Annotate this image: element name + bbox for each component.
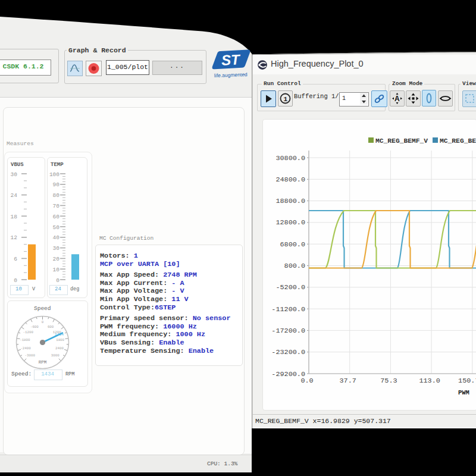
svg-text:-17200.0: -17200.0 <box>271 327 305 335</box>
svg-text:PWM: PWM <box>458 389 469 396</box>
svg-text:6800.0: 6800.0 <box>280 240 305 249</box>
svg-text:18: 18 <box>11 214 18 220</box>
svg-text:50: 50 <box>53 224 60 231</box>
svg-text:RPM: RPM <box>39 360 47 365</box>
svg-text:1800: 1800 <box>56 338 64 342</box>
svg-text:150.7: 150.7 <box>458 377 476 385</box>
svg-text:12: 12 <box>11 234 18 241</box>
svg-text:-1800: -1800 <box>20 338 30 342</box>
svg-text:-600: -600 <box>30 325 39 329</box>
svg-text:3000: 3000 <box>51 353 60 358</box>
svg-text:-5200.0: -5200.0 <box>275 283 305 292</box>
svg-text:100: 100 <box>49 171 60 178</box>
svg-text:30: 30 <box>53 245 60 252</box>
svg-text:24: 24 <box>11 192 18 199</box>
svg-text:60: 60 <box>53 214 60 220</box>
svg-text:800.0: 800.0 <box>284 262 305 270</box>
svg-text:ST: ST <box>221 51 241 68</box>
svg-text:-3000: -3000 <box>25 353 36 358</box>
svg-text:-1200: -1200 <box>23 330 34 334</box>
svg-text:MC_REG_BEMF: MC_REG_BEMF <box>440 137 476 145</box>
svg-text:80: 80 <box>53 192 60 199</box>
svg-text:18800.0: 18800.0 <box>275 197 305 205</box>
svg-text:MC_REG_BEMF_V: MC_REG_BEMF_V <box>375 137 428 145</box>
svg-text:-23200.0: -23200.0 <box>271 348 305 356</box>
svg-text:30: 30 <box>11 171 18 178</box>
svg-text:life.augmented: life.augmented <box>214 71 248 79</box>
svg-text:90: 90 <box>53 181 60 188</box>
svg-text:75.3: 75.3 <box>380 377 397 385</box>
svg-text:0: 0 <box>56 277 60 284</box>
svg-text:40: 40 <box>53 234 60 241</box>
svg-text:A: A <box>394 95 400 103</box>
svg-text:37.7: 37.7 <box>340 377 356 385</box>
svg-text:12800.0: 12800.0 <box>275 218 305 227</box>
svg-text:0: 0 <box>42 320 44 324</box>
svg-text:2400: 2400 <box>55 346 64 350</box>
svg-text:1434: 1434 <box>55 333 64 337</box>
svg-text:113.0: 113.0 <box>419 377 440 385</box>
svg-text:10: 10 <box>53 267 60 273</box>
svg-text:0: 0 <box>14 277 17 284</box>
svg-text:20: 20 <box>53 256 60 262</box>
svg-text:-11200.0: -11200.0 <box>271 305 305 314</box>
svg-text:0.0: 0.0 <box>300 377 313 385</box>
svg-text:70: 70 <box>53 203 60 209</box>
svg-text:600: 600 <box>48 325 54 329</box>
svg-text:-2400: -2400 <box>20 346 31 350</box>
svg-text:24800.0: 24800.0 <box>275 176 305 184</box>
svg-text:30800.0: 30800.0 <box>275 154 305 162</box>
svg-text:1: 1 <box>284 96 288 103</box>
svg-text:6: 6 <box>14 256 17 262</box>
